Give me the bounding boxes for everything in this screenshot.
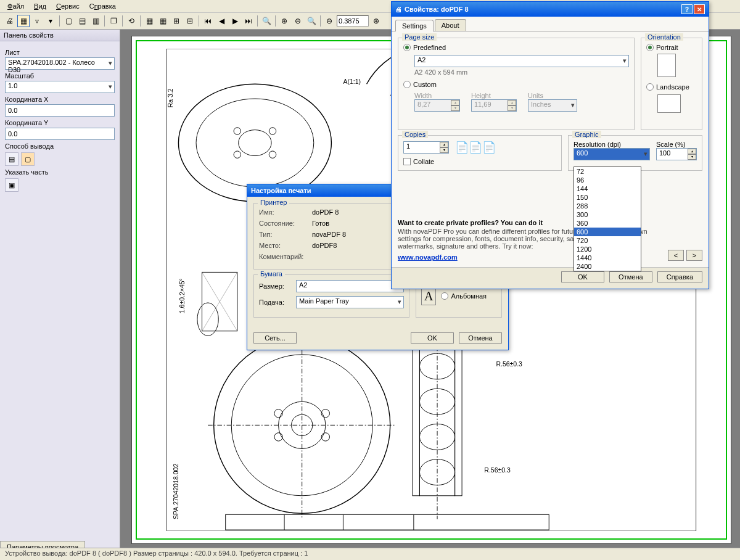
dpi-dropdown[interactable]: 7296144150288300360600720120014402400 xyxy=(574,167,641,271)
landscape-radio[interactable]: Альбомная xyxy=(441,292,487,300)
props-titlebar[interactable]: 🖨 Свойства: doPDF 8 ? ✕ xyxy=(392,2,709,17)
svg-text:Ra 3.2: Ra 3.2 xyxy=(167,88,174,107)
menu-file[interactable]: Файл xyxy=(4,1,28,11)
print-state-value: Готов xyxy=(312,220,329,227)
dpi-option-1200[interactable]: 1200 xyxy=(574,245,641,253)
sheet-label: Лист xyxy=(5,49,115,56)
print-place-label: Место: xyxy=(259,242,308,249)
dpi-option-2400[interactable]: 2400 xyxy=(574,262,641,271)
print-state-label: Состояние: xyxy=(259,220,308,227)
part-icon[interactable]: ▣ xyxy=(5,178,18,192)
custom-radio[interactable]: Custom xyxy=(403,81,437,88)
size-select[interactable]: A2 xyxy=(296,280,404,292)
print-place-value: doPDF8 xyxy=(312,242,337,249)
dpi-option-150[interactable]: 150 xyxy=(574,193,641,202)
print-cancel-button[interactable]: Отмена xyxy=(459,332,502,344)
nav-prev-icon[interactable]: ◀ xyxy=(215,15,228,27)
svg-text:R.56±0.3: R.56±0.3 xyxy=(484,467,511,474)
zoom-out-icon[interactable]: ⊖ xyxy=(292,15,304,27)
svg-text:R.56±0.3: R.56±0.3 xyxy=(496,361,522,368)
coordx-input[interactable] xyxy=(5,104,115,117)
layout-icon-3[interactable]: ▥ xyxy=(89,15,102,27)
resolution-label: Resolution (dpi) xyxy=(574,141,650,148)
collate-checkbox[interactable]: Collate xyxy=(403,158,556,165)
zoom-in-icon[interactable]: ⊕ xyxy=(278,15,290,27)
width-input: 8,27▴▾ xyxy=(414,99,460,112)
dpi-option-1440[interactable]: 1440 xyxy=(574,253,641,262)
predefined-radio[interactable]: Predefined xyxy=(403,44,446,51)
tab-about[interactable]: About xyxy=(435,19,466,31)
copies-input[interactable]: 1▴▾ xyxy=(403,141,449,154)
zoom-fit-icon[interactable]: 🔍 xyxy=(260,15,273,27)
scalepct-label: Scale (%) xyxy=(656,141,697,148)
properties-dialog: 🖨 Свойства: doPDF 8 ? ✕ Settings About P… xyxy=(391,1,709,289)
zoom-dec-icon[interactable]: ⊖ xyxy=(323,15,335,27)
svg-text:SPA.27042018.002: SPA.27042018.002 xyxy=(173,464,179,519)
close-icon[interactable]: ✕ xyxy=(694,4,705,14)
dpi-option-300[interactable]: 300 xyxy=(574,210,641,219)
tab-settings[interactable]: Settings xyxy=(395,20,434,31)
landscape-icon xyxy=(657,94,681,113)
predefined-select[interactable]: A2 xyxy=(414,55,629,67)
landscape-radio-2[interactable]: Landscape xyxy=(646,83,689,91)
paper-legend: Бумага xyxy=(258,270,285,278)
menu-view[interactable]: Вид xyxy=(30,1,50,11)
grid-icon-1[interactable]: ▦ xyxy=(143,15,155,27)
scale-input[interactable]: 100▴▾ xyxy=(656,148,697,160)
portrait-radio[interactable]: Portrait xyxy=(646,44,678,51)
feed-select[interactable]: Main Paper Tray xyxy=(296,296,404,308)
props-ok-button[interactable]: OK xyxy=(561,271,604,282)
coordy-input[interactable] xyxy=(5,128,115,140)
coordx-label: Координата X xyxy=(5,96,115,103)
network-button[interactable]: Сеть... xyxy=(253,332,297,344)
dpi-option-72[interactable]: 72 xyxy=(574,167,641,176)
promo-link[interactable]: www.novapdf.com xyxy=(398,253,458,261)
print-icon[interactable]: 🖨 xyxy=(4,15,16,27)
rotate-icon[interactable]: ⟲ xyxy=(125,15,138,27)
funnel-icon[interactable]: ▾ xyxy=(44,15,57,27)
grid-icon-3[interactable]: ⊞ xyxy=(170,15,183,27)
dpi-option-360[interactable]: 360 xyxy=(574,219,641,228)
promo-title: Want to create private profiles? You can… xyxy=(398,219,702,226)
props-cancel-button[interactable]: Отмена xyxy=(609,271,652,282)
grid-icon-2[interactable]: ▦ xyxy=(157,15,169,27)
help-icon[interactable]: ? xyxy=(681,4,693,14)
resolution-select[interactable]: 600 xyxy=(574,148,650,160)
dpi-option-288[interactable]: 288 xyxy=(574,202,641,210)
nav-last-icon[interactable]: ⏭ xyxy=(242,15,255,27)
units-label: Units xyxy=(528,92,577,99)
grid-icon-4[interactable]: ⊟ xyxy=(184,15,196,27)
print-ok-button[interactable]: OK xyxy=(411,332,454,344)
scale-select[interactable]: 1.0 xyxy=(5,81,115,93)
promo-next-button[interactable]: > xyxy=(686,250,702,261)
height-label: Height xyxy=(471,92,517,99)
sheet-select[interactable]: SPA.27042018.002 - Колесо D30 xyxy=(5,57,115,70)
zoom-inc-icon[interactable]: ⊕ xyxy=(370,15,382,27)
copy-icon[interactable]: ❐ xyxy=(107,15,120,27)
toolbar-btn-2[interactable]: ▦ xyxy=(17,15,30,27)
svg-text:A(1:1): A(1:1) xyxy=(343,78,361,85)
output-icon-1[interactable]: ▤ xyxy=(5,152,18,166)
zoom-window-icon[interactable]: 🔍 xyxy=(305,15,318,27)
menu-service[interactable]: Сервис xyxy=(52,1,83,11)
layout-icon-1[interactable]: ▢ xyxy=(62,15,75,27)
dpi-option-600[interactable]: 600 xyxy=(574,228,641,236)
menu-help[interactable]: Справка xyxy=(86,1,120,11)
scale-label: Масштаб xyxy=(5,72,115,80)
dpi-option-720[interactable]: 720 xyxy=(574,236,641,245)
promo-prev-button[interactable]: < xyxy=(668,250,684,261)
layout-icon-2[interactable]: ▤ xyxy=(76,15,88,27)
output-label: Способ вывода xyxy=(5,142,115,150)
props-help-button[interactable]: Справка xyxy=(657,271,702,282)
printer-small-icon: 🖨 xyxy=(395,6,402,13)
filter-icon[interactable]: ▿ xyxy=(31,15,43,27)
dpi-option-96[interactable]: 96 xyxy=(574,176,641,184)
orientation-legend: Orientation xyxy=(645,33,683,41)
nav-next-icon[interactable]: ▶ xyxy=(229,15,241,27)
nav-first-icon[interactable]: ⏮ xyxy=(202,15,214,27)
copies-legend: Copies xyxy=(402,131,428,138)
dpi-option-144[interactable]: 144 xyxy=(574,184,641,193)
predefined-dims: A2 420 x 594 mm xyxy=(414,68,629,76)
zoom-input[interactable] xyxy=(337,15,369,27)
output-icon-2[interactable]: ▢ xyxy=(21,152,35,166)
